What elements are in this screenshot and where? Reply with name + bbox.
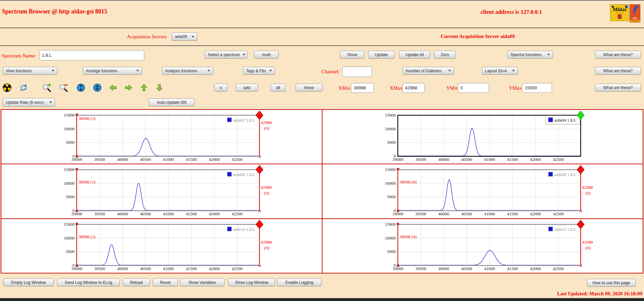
tcl-powered-logo: TCL POWERED <box>630 4 640 23</box>
zoom-in-icon[interactable] <box>42 83 51 92</box>
svg-text:40000: 40000 <box>117 212 128 217</box>
svg-text:42000: 42000 <box>530 266 541 271</box>
spectrum-panel-aida06[interactable]: 38998 (1)42988(0)05000100001500039000395… <box>1 164 322 218</box>
linear-button[interactable]: linear <box>296 84 323 91</box>
svg-text:42500: 42500 <box>232 212 243 217</box>
spectrum-panel-aida10[interactable]: 38998 (2)42988(0)05000100001500039000395… <box>1 219 322 273</box>
show-button[interactable]: Show <box>340 51 364 58</box>
svg-text:41000: 41000 <box>163 266 174 271</box>
pan-right-icon[interactable] <box>124 83 133 92</box>
number-of-galleries-dropdown[interactable]: Number of Galleries <box>403 67 454 75</box>
midas-logo-text: Midas <box>613 7 626 12</box>
chevron-down-icon <box>52 70 54 73</box>
spectrum-plot-aida02: 38998 (3)42988(0)05000100001500039000395… <box>1 110 322 164</box>
spectrum-panel-aida04[interactable]: 0500010000150003900039500400004050041000… <box>323 110 643 164</box>
svg-text:42000: 42000 <box>209 212 220 217</box>
svg-text:40500: 40500 <box>461 266 472 271</box>
status-diamond-icon <box>577 165 584 174</box>
channel-input[interactable] <box>342 67 372 77</box>
what-are-these-button-3[interactable]: What are these? <box>595 84 641 91</box>
svg-text:41500: 41500 <box>186 157 197 162</box>
add-button[interactable]: add <box>236 84 258 91</box>
panel-legend: aida12 1.8.L <box>554 227 576 232</box>
what-are-these-button-1[interactable]: What are these? <box>595 51 641 58</box>
window-bottom-edge <box>0 298 644 301</box>
svg-text:5000: 5000 <box>66 249 75 254</box>
select-spectrum-dropdown[interactable]: Select a spectrum <box>205 51 247 58</box>
analysis-functions-dropdown[interactable]: Analysis functions <box>162 67 213 75</box>
ymin-input[interactable] <box>458 83 489 93</box>
pan-up-icon[interactable] <box>140 83 148 92</box>
view-functions-dropdown[interactable]: View functions <box>3 67 57 75</box>
svg-text:38998 (0): 38998 (0) <box>399 179 416 184</box>
spectra-functions-dropdown[interactable]: Spectra functions <box>507 51 553 58</box>
enable-logging-button[interactable]: Enable Logging <box>277 278 321 286</box>
how-to-use-button[interactable]: How to use this page <box>587 279 636 287</box>
xmax-input[interactable] <box>402 83 425 93</box>
acquisition-server-select[interactable]: aida09 <box>172 33 197 41</box>
zoom-out-icon[interactable] <box>59 83 68 92</box>
spectrum-name-input[interactable] <box>39 50 144 60</box>
svg-text:10000: 10000 <box>64 126 75 131</box>
multi-button[interactable]: multi <box>254 51 279 58</box>
chevron-down-icon <box>192 36 194 39</box>
empty-log-window-button[interactable]: Empty Log Window <box>3 278 54 286</box>
spectrum-panel-aida08[interactable]: 38998 (0)42988(0)05000100001500039000395… <box>323 164 643 218</box>
send-log-window-to-elog-button[interactable]: Send Log Window to ELog <box>57 278 120 286</box>
svg-text:40500: 40500 <box>140 157 151 162</box>
svg-text:10000: 10000 <box>385 126 396 131</box>
divider <box>0 28 644 28</box>
acquisition-server-value: aida09 <box>175 34 187 39</box>
midas-logo-subtext: powered by <box>615 12 623 14</box>
svg-text:39500: 39500 <box>415 212 426 217</box>
update-button[interactable]: Update <box>368 51 395 58</box>
what-are-these-button-2[interactable]: What are these? <box>595 67 641 75</box>
show-variables-button[interactable]: Show Variables <box>180 278 225 286</box>
reset-button[interactable]: Reset <box>153 278 178 286</box>
svg-text:(0): (0) <box>264 126 269 131</box>
svg-text:38998 (1): 38998 (1) <box>78 179 95 184</box>
pan-down-icon[interactable] <box>155 83 164 92</box>
svg-text:42000: 42000 <box>530 157 541 162</box>
tags-fits-dropdown[interactable]: Tags & Fits <box>243 67 275 75</box>
svg-text:10000: 10000 <box>64 235 75 240</box>
update-rate-dropdown[interactable]: Update Rate (8 secs) <box>3 98 55 106</box>
show-log-window-button[interactable]: Show Log Window <box>228 278 275 286</box>
refresh-icon[interactable] <box>19 83 28 92</box>
legend-swatch <box>548 118 553 122</box>
spectrum-panel-aida02[interactable]: 38998 (3)42988(0)05000100001500039000395… <box>1 110 322 164</box>
svg-text:41000: 41000 <box>163 157 174 162</box>
auto-update-button[interactable]: Auto Update ON <box>149 98 195 106</box>
svg-text:40500: 40500 <box>461 157 472 162</box>
status-diamond-icon <box>256 220 263 229</box>
svg-text:40000: 40000 <box>438 212 449 217</box>
spectrum-panel-aida12[interactable]: 38998 (4)42988(0)05000100001500039000395… <box>323 219 643 273</box>
radiation-icon[interactable] <box>3 83 11 92</box>
layout-id-dropdown[interactable]: Layout ID=4 <box>482 67 518 75</box>
legend-swatch <box>548 227 553 231</box>
ymax-label: YMax <box>509 85 522 91</box>
reload-button[interactable]: Reload <box>123 278 150 286</box>
chevron-down-icon <box>512 70 515 73</box>
chevron-down-icon <box>448 70 451 73</box>
svg-text:41500: 41500 <box>507 266 518 271</box>
svg-text:42988: 42988 <box>582 185 593 190</box>
svg-text:39500: 39500 <box>94 212 105 217</box>
zero-button[interactable]: Zero <box>434 51 456 58</box>
midas-logo: Midas powered by <box>610 4 629 21</box>
svg-text:42988: 42988 <box>261 185 272 190</box>
svg-text:39500: 39500 <box>415 266 426 271</box>
svg-text:39000: 39000 <box>71 266 82 271</box>
pan-left-icon[interactable] <box>109 83 117 92</box>
chevron-down-icon <box>49 101 52 104</box>
xmin-input[interactable] <box>351 83 374 93</box>
x-button[interactable]: x <box>214 84 228 91</box>
expand-vertical-icon[interactable] <box>93 83 102 92</box>
ymax-input[interactable] <box>522 83 552 93</box>
svg-text:42988: 42988 <box>261 120 272 125</box>
collapse-vertical-icon[interactable] <box>77 83 85 92</box>
all-button[interactable]: all <box>270 84 286 91</box>
svg-text:38998 (4): 38998 (4) <box>399 234 416 239</box>
update-all-button[interactable]: Update All <box>399 51 430 58</box>
arrange-functions-dropdown[interactable]: Arrange functions <box>83 67 142 75</box>
